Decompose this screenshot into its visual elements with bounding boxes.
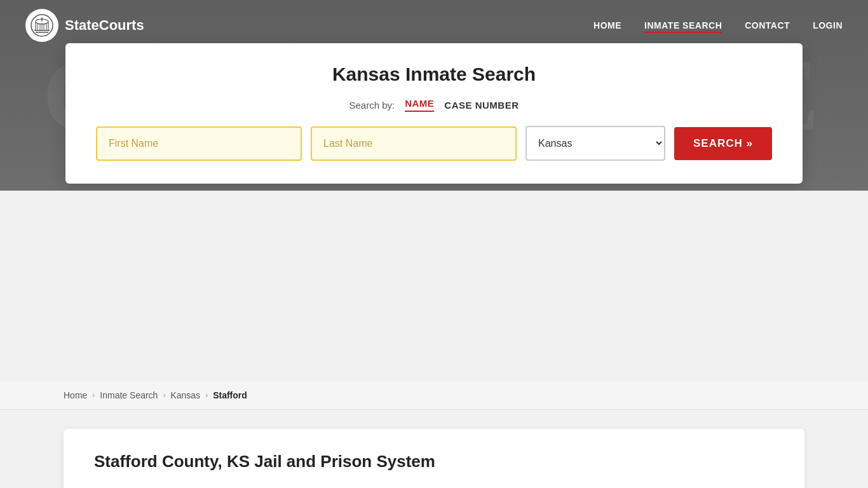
breadcrumb-inmate-search[interactable]: Inmate Search [100,390,158,400]
breadcrumb-state[interactable]: Kansas [170,390,200,400]
search-button[interactable]: SEARCH » [674,127,772,160]
chevron-icon-1: › [92,391,95,400]
search-by-row: Search by: NAME CASE NUMBER [96,98,772,112]
search-by-label: Search by: [349,100,395,111]
breadcrumb-current: Stafford [213,390,247,400]
first-name-input[interactable] [96,126,302,161]
nav-contact[interactable]: CONTACT [745,20,790,30]
site-logo[interactable]: StateCourts [25,9,144,42]
header-section: COURTHOUSE [0,0,868,191]
logo-icon [25,9,58,42]
stats-title: Stafford County, KS Jail and Prison Syst… [94,452,774,471]
chevron-icon-2: › [163,391,165,400]
search-title: Kansas Inmate Search [96,64,772,85]
breadcrumb: Home › Inmate Search › Kansas › Stafford [0,381,868,410]
stats-card: Stafford County, KS Jail and Prison Syst… [64,429,804,488]
main-content: Stafford County, KS Jail and Prison Syst… [0,410,868,488]
nav-menu: HOME INMATE SEARCH CONTACT LOGIN [593,20,843,31]
search-card: Kansas Inmate Search Search by: NAME CAS… [65,43,803,184]
search-inputs: Kansas Alabama Alaska Arizona Arkansas C… [96,126,772,161]
chevron-icon-3: › [205,391,208,400]
courthouse-icon [31,14,53,37]
tab-case-number[interactable]: CASE NUMBER [444,100,519,111]
last-name-input[interactable] [311,126,517,161]
nav-login[interactable]: LOGIN [813,20,843,30]
tab-name[interactable]: NAME [405,98,434,112]
nav-home[interactable]: HOME [593,20,621,30]
breadcrumb-home[interactable]: Home [64,390,87,400]
site-name: StateCourts [65,17,144,34]
svg-marker-12 [41,17,43,20]
nav-inmate-search[interactable]: INMATE SEARCH [644,20,722,33]
state-select[interactable]: Kansas Alabama Alaska Arizona Arkansas C… [526,126,665,161]
